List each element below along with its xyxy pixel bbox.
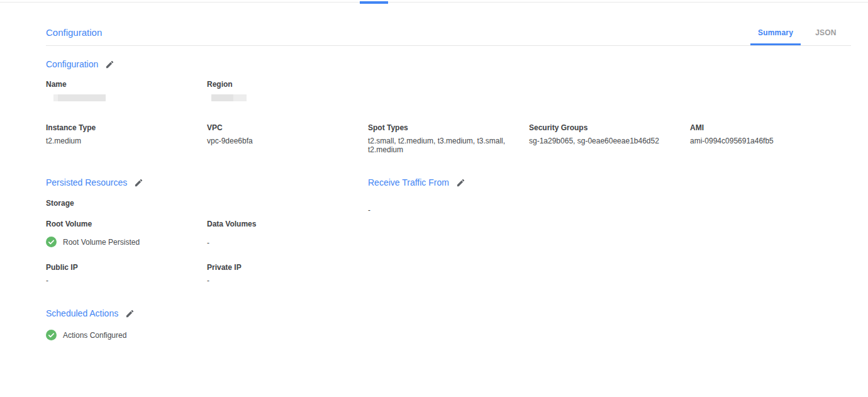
- configuration-section-label: Configuration: [46, 60, 98, 69]
- private-ip-label: Private IP: [207, 264, 358, 272]
- instance-type-value: t2.medium: [46, 137, 197, 145]
- field-spot-types: Spot Types t2.small, t2.medium, t3.mediu…: [368, 124, 529, 154]
- scheduled-actions-status-text: Actions Configured: [63, 331, 126, 340]
- field-ami: AMI ami-0994c095691a46fb5: [690, 124, 851, 154]
- edit-receive-traffic-button[interactable]: [456, 178, 465, 187]
- name-redacted-value: [53, 94, 106, 101]
- region-label: Region: [207, 81, 358, 89]
- edit-persisted-resources-button[interactable]: [134, 178, 143, 187]
- storage-label: Storage: [46, 199, 368, 208]
- page-header: Configuration Summary JSON: [46, 5, 851, 46]
- volumes-row: Root Volume Root Volume Persisted Data V…: [46, 220, 368, 247]
- receive-traffic-title: Receive Traffic From: [368, 178, 851, 187]
- active-tab-indicator: [360, 1, 388, 4]
- data-volumes-value: -: [207, 238, 358, 247]
- configuration-page: Configuration Summary JSON Configuration…: [46, 5, 851, 340]
- security-groups-value: sg-1a29b065, sg-0eae60eeae1b46d52: [529, 137, 680, 145]
- pencil-edit-icon: [105, 60, 114, 69]
- resources-traffic-row: Persisted Resources Storage Root Volume …: [46, 178, 851, 285]
- data-volumes-label: Data Volumes: [207, 220, 358, 228]
- public-ip-label: Public IP: [46, 264, 197, 272]
- ip-row: Public IP - Private IP -: [46, 264, 368, 285]
- scheduled-actions-title: Scheduled Actions: [46, 309, 851, 318]
- receive-traffic-value: -: [368, 206, 851, 215]
- configuration-section-title: Configuration: [46, 60, 851, 69]
- config-identity-row: Name Region: [46, 81, 851, 101]
- vpc-value: vpc-9dee6bfa: [207, 137, 358, 145]
- check-circle-icon: [46, 330, 57, 340]
- edit-scheduled-actions-button[interactable]: [125, 309, 135, 318]
- root-volume-status: Root Volume Persisted: [46, 237, 197, 247]
- spot-types-value: t2.small, t2.medium, t3.medium, t3.small…: [368, 137, 519, 154]
- root-volume-label: Root Volume: [46, 220, 197, 228]
- root-volume-status-text: Root Volume Persisted: [63, 238, 140, 247]
- instance-type-label: Instance Type: [46, 124, 197, 132]
- persisted-resources-block: Persisted Resources Storage Root Volume …: [46, 178, 368, 285]
- top-tab-bar: [0, 0, 868, 5]
- receive-traffic-block: Receive Traffic From -: [368, 178, 851, 285]
- pencil-edit-icon: [125, 309, 135, 318]
- top-divider: [0, 2, 868, 3]
- field-region: Region: [207, 81, 368, 101]
- ami-value: ami-0994c095691a46fb5: [690, 137, 841, 145]
- public-ip-value: -: [46, 276, 197, 285]
- field-public-ip: Public IP -: [46, 264, 207, 285]
- scheduled-actions-block: Scheduled Actions Actions Configured: [46, 309, 851, 340]
- field-root-volume: Root Volume Root Volume Persisted: [46, 220, 207, 247]
- spot-types-label: Spot Types: [368, 124, 519, 132]
- persisted-resources-label: Persisted Resources: [46, 178, 127, 187]
- pencil-edit-icon: [134, 178, 143, 187]
- region-redacted-value: [211, 94, 247, 101]
- ami-label: AMI: [690, 124, 841, 132]
- tab-summary[interactable]: Summary: [750, 28, 801, 45]
- field-vpc: VPC vpc-9dee6bfa: [207, 124, 368, 154]
- vpc-label: VPC: [207, 124, 358, 132]
- scheduled-actions-status: Actions Configured: [46, 330, 851, 340]
- tab-json[interactable]: JSON: [801, 28, 851, 45]
- field-instance-type: Instance Type t2.medium: [46, 124, 207, 154]
- field-data-volumes: Data Volumes -: [207, 220, 368, 247]
- name-label: Name: [46, 81, 197, 89]
- persisted-resources-title: Persisted Resources: [46, 178, 368, 187]
- page-title: Configuration: [46, 27, 102, 45]
- security-groups-label: Security Groups: [529, 124, 680, 132]
- receive-traffic-label: Receive Traffic From: [368, 178, 449, 187]
- check-circle-icon: [46, 237, 57, 247]
- field-name: Name: [46, 81, 207, 101]
- config-details-row: Instance Type t2.medium VPC vpc-9dee6bfa…: [46, 124, 851, 154]
- scheduled-actions-label: Scheduled Actions: [46, 309, 118, 318]
- field-private-ip: Private IP -: [207, 264, 368, 285]
- view-tabs: Summary JSON: [750, 28, 851, 45]
- private-ip-value: -: [207, 276, 358, 285]
- field-security-groups: Security Groups sg-1a29b065, sg-0eae60ee…: [529, 124, 690, 154]
- pencil-edit-icon: [456, 178, 465, 187]
- edit-configuration-button[interactable]: [105, 60, 114, 69]
